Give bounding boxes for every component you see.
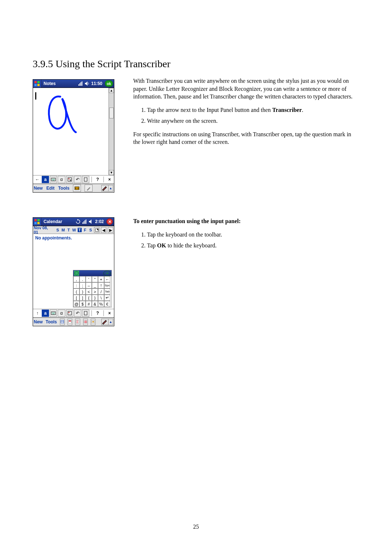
view-month-button[interactable] [83, 319, 88, 325]
panel-key[interactable]: # [86, 301, 92, 307]
panel-key[interactable]: Spc [104, 282, 110, 288]
ok-button[interactable]: ok [105, 80, 113, 87]
menu-edit[interactable]: Edit [46, 186, 55, 191]
toolbar-sep2 [103, 310, 104, 316]
keyboard-button[interactable] [50, 310, 57, 317]
options-button[interactable] [66, 176, 73, 183]
day-f[interactable]: F [83, 228, 87, 232]
panel-key[interactable]: ! [98, 282, 104, 288]
panel-key[interactable]: / [98, 288, 104, 295]
panel-key[interactable]: + [98, 276, 104, 282]
panel-key[interactable]: ) [79, 288, 86, 295]
record-button[interactable] [73, 185, 81, 192]
panel-key[interactable]: ( [73, 288, 79, 295]
day-m[interactable]: M [61, 228, 65, 232]
undo-button[interactable]: ↶ [74, 176, 81, 183]
day-s2[interactable]: S [89, 228, 93, 232]
panel-key[interactable]: < [86, 288, 92, 295]
next-button[interactable]: ▶ [108, 227, 113, 233]
pen-sip-icon [102, 319, 108, 325]
view-week-button[interactable] [75, 319, 80, 325]
day-w[interactable]: W [72, 228, 76, 232]
today-button[interactable] [94, 227, 99, 233]
panel-key[interactable]: – [86, 282, 92, 288]
panel-key[interactable]: & [92, 301, 98, 307]
input-panel-arrow[interactable]: ▲ [108, 319, 113, 325]
cassette-icon [74, 186, 79, 191]
svg-rect-41 [84, 311, 87, 315]
close-button[interactable]: × [106, 310, 113, 317]
scroll-track[interactable] [109, 93, 114, 170]
input-panel-arrow[interactable]: ▲ [108, 185, 113, 191]
scroll-up-button[interactable]: ▲ [109, 88, 114, 93]
panel-key[interactable]: ↵ [104, 295, 110, 301]
panel-key[interactable]: ' [86, 276, 92, 282]
input-panel-toggle[interactable]: ▲ [101, 319, 113, 325]
note-canvas[interactable]: ▲ ▼ [33, 88, 114, 175]
pen-button[interactable] [85, 185, 93, 192]
paste-button[interactable] [82, 310, 89, 317]
scroll-down-button[interactable]: ▼ [109, 170, 114, 175]
menu-new[interactable]: New [34, 319, 43, 324]
prev-button[interactable]: ◀ [101, 227, 106, 233]
view-day-button[interactable] [68, 319, 72, 325]
panel-key[interactable]: Tab [104, 288, 110, 295]
alpha-button[interactable]: α [58, 176, 65, 183]
paste-button[interactable] [82, 176, 89, 183]
menu-tools[interactable]: Tools [46, 319, 57, 324]
scroll-thumb[interactable] [109, 108, 114, 118]
day-t1[interactable]: T [67, 228, 71, 232]
help-button[interactable]: ? [94, 176, 101, 183]
panel-key[interactable]: . [79, 276, 86, 282]
panel-key[interactable]: [ [73, 295, 79, 301]
panel-key[interactable]: ← [104, 276, 110, 282]
svg-point-20 [78, 188, 79, 189]
scrollbar[interactable]: ▲ ▼ [109, 88, 114, 175]
caps-button[interactable]: ↑ [34, 310, 41, 317]
menu-new[interactable]: New [34, 186, 43, 191]
keyboard-icon [51, 311, 56, 316]
svg-rect-37 [54, 312, 55, 313]
undo-button[interactable]: ↶ [74, 310, 81, 317]
panel-keys: ,.'''+←:;–_!Spc()<>/Tab[]{}\↵@$#&%€ [73, 276, 111, 307]
view-year-button[interactable] [91, 319, 95, 325]
input-panel-toggle[interactable]: ▲ [101, 185, 113, 191]
keyboard-button[interactable] [50, 176, 57, 183]
punctuation-panel[interactable]: ok ,.'''+←:;–_!Spc()<>/Tab[]{}\↵@$#&%€ [73, 270, 112, 307]
panel-key[interactable]: € [104, 301, 110, 307]
help-button[interactable]: ? [94, 310, 101, 317]
panel-key[interactable]: ; [79, 282, 86, 288]
start-button[interactable] [33, 218, 41, 226]
panel-key[interactable]: , [73, 276, 79, 282]
panel-key[interactable]: : [73, 282, 79, 288]
ppc-notes-mock: Notes 11:50 ok ▲ [33, 79, 114, 193]
panel-key[interactable]: $ [79, 301, 86, 307]
case-a-button[interactable]: a [42, 176, 49, 183]
panel-ok-button[interactable]: ok [103, 271, 111, 276]
case-a-button[interactable]: a [42, 310, 49, 317]
writing-area[interactable] [33, 88, 109, 175]
panel-key[interactable]: > [92, 288, 98, 295]
menu-tools[interactable]: Tools [58, 186, 69, 191]
back-button[interactable]: ← [34, 176, 41, 183]
day-t2[interactable]: T [78, 228, 82, 232]
options-button[interactable] [66, 310, 73, 317]
panel-key[interactable]: ] [79, 295, 86, 301]
start-button[interactable] [33, 80, 41, 88]
panel-key[interactable]: } [92, 295, 98, 301]
panel-key[interactable]: @ [73, 301, 79, 307]
panel-key[interactable]: '' [92, 276, 98, 282]
panel-key[interactable]: { [86, 295, 92, 301]
alpha-button[interactable]: α [58, 310, 65, 317]
close-button[interactable]: × [106, 176, 113, 183]
view-agenda-button[interactable] [60, 319, 65, 325]
panel-key[interactable]: % [98, 301, 104, 307]
svg-rect-28 [85, 220, 85, 224]
calendar-date-bar: Nov 08, 01 S M T W T F S ◀ ▶ [33, 226, 114, 234]
panel-key[interactable]: _ [92, 282, 98, 288]
signal-icon [82, 219, 87, 224]
no-appointments-label: No appointments. [33, 234, 114, 242]
close-button[interactable]: ✕ [106, 218, 113, 225]
panel-key[interactable]: \ [98, 295, 104, 301]
day-s[interactable]: S [56, 228, 60, 232]
